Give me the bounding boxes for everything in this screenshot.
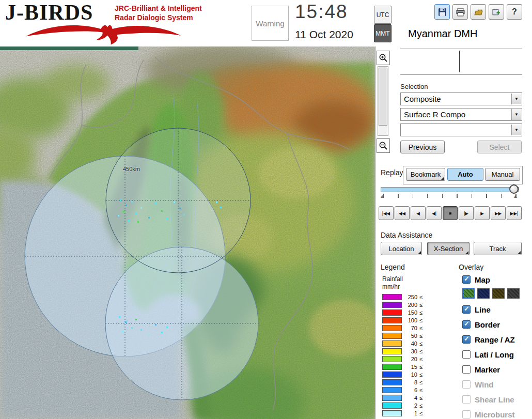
legend-color-swatch (382, 387, 402, 393)
map-style-slate-swatch[interactable] (507, 288, 520, 299)
stop-button[interactable]: ■ (443, 206, 458, 220)
legend-row: 100≤ (382, 317, 423, 324)
fast-rewind-button[interactable]: ◀◀ (395, 206, 410, 220)
radar-map[interactable]: 450km (0, 46, 375, 419)
legend-color-swatch (382, 340, 402, 347)
legend-param: Rainfall (382, 275, 403, 283)
export-button[interactable] (489, 4, 504, 20)
zoom-scrollbar-thumb[interactable] (379, 68, 387, 126)
bookmark-button[interactable]: Bookmark (406, 168, 445, 181)
xsection-button[interactable]: X-Section (427, 242, 470, 255)
track-button[interactable]: Track (474, 242, 522, 255)
zoom-scrollbar[interactable] (378, 66, 388, 136)
checkbox-icon[interactable] (462, 350, 471, 359)
slider-ticks (383, 194, 517, 198)
legend-row: 70≤ (382, 324, 423, 332)
open-file-button[interactable] (471, 4, 486, 20)
range-ring-label: 450km (123, 166, 140, 172)
mmt-button[interactable]: MMT (374, 24, 392, 42)
legend-value: 15 (403, 364, 417, 370)
legend-color-swatch (382, 309, 402, 316)
chevron-down-icon[interactable]: ▼ (511, 109, 521, 120)
overlay-item-range-az[interactable]: Range / AZ (462, 334, 515, 345)
warning-label: Warning (256, 19, 284, 28)
checkbox-icon[interactable] (462, 365, 471, 374)
legend-row: 6≤ (382, 386, 423, 394)
header: J-BIRDS JRC-Brilliant & Intelligent Rada… (0, 0, 532, 46)
checkbox-icon (462, 410, 471, 418)
overlay-item-shear-line: Shear Line (462, 394, 514, 405)
legend-color-swatch (382, 402, 402, 409)
overlay-item-map[interactable]: Map (462, 274, 490, 285)
skip-to-start-button[interactable]: |◀◀ (379, 206, 394, 220)
overlay-item-label: Line (475, 305, 491, 314)
print-button[interactable] (452, 4, 468, 20)
legend-value: 1 (403, 410, 417, 416)
message-listbox[interactable] (400, 49, 522, 75)
select-button[interactable]: Select (477, 141, 522, 153)
overlay-item-marker[interactable]: Marker (462, 364, 500, 375)
legend-operator: ≤ (419, 356, 423, 362)
product-dropdown-value: Surface R Compo (404, 110, 465, 119)
legend-operator: ≤ (419, 371, 423, 378)
save-button[interactable] (434, 4, 450, 20)
legend-value: 2 (403, 402, 417, 409)
overlay-item-label: Border (475, 320, 500, 329)
checkbox-icon[interactable] (462, 305, 471, 314)
legend-operator: ≤ (419, 387, 423, 393)
replay-label: Replay (381, 168, 403, 177)
legend-operator: ≤ (419, 333, 423, 339)
legend-operator: ≤ (419, 325, 423, 331)
fast-forward-button[interactable]: ▶▶ (491, 206, 506, 220)
overlay-item-lati-long[interactable]: Lati / Long (462, 349, 514, 360)
legend-value: 70 (403, 325, 417, 331)
eagle-logo-icon (4, 21, 202, 45)
play-reverse-button[interactable]: ◀ (411, 206, 426, 220)
utc-button[interactable]: UTC (374, 6, 392, 24)
map-style-olive-swatch[interactable] (492, 288, 505, 299)
legend-value: 150 (403, 309, 417, 316)
replay-slider-track[interactable] (381, 187, 519, 192)
step-back-button[interactable]: ◀| (427, 206, 442, 220)
auto-button[interactable]: Auto (447, 168, 483, 181)
chevron-down-icon[interactable]: ▼ (511, 125, 521, 135)
warning-button[interactable]: Warning (252, 6, 289, 41)
legend-row: 4≤ (382, 394, 423, 401)
legend-row: 30≤ (382, 348, 423, 355)
overlay-item-label: Wind (475, 380, 494, 389)
submenu-corner-icon (441, 177, 444, 180)
legend-value: 6 (403, 387, 417, 393)
overlay-item-border[interactable]: Border (462, 319, 500, 330)
legend-operator: ≤ (419, 340, 423, 347)
printer-icon (456, 8, 465, 17)
chevron-down-icon[interactable]: ▼ (511, 94, 521, 104)
legend-operator: ≤ (419, 294, 423, 300)
previous-button[interactable]: Previous (400, 141, 445, 153)
replay-slider-thumb[interactable] (509, 184, 519, 194)
checkbox-icon[interactable] (462, 335, 471, 344)
legend-color-swatch (382, 356, 402, 362)
help-button[interactable]: ? (507, 4, 522, 20)
overlay-item-label: Shear Line (475, 395, 514, 404)
checkbox-icon[interactable] (462, 320, 471, 329)
step-forward-button[interactable]: |▶ (459, 206, 474, 220)
extra-dropdown[interactable]: ▼ (400, 123, 522, 136)
composite-dropdown[interactable]: Composite ▼ (400, 92, 522, 105)
zoom-out-button[interactable] (377, 138, 390, 153)
submenu-corner-icon (518, 251, 521, 254)
overlay-item-line[interactable]: Line (462, 304, 491, 315)
product-dropdown[interactable]: Surface R Compo ▼ (400, 108, 522, 121)
submenu-corner-icon (418, 251, 421, 254)
checkbox-icon[interactable] (462, 275, 471, 284)
play-button[interactable]: ▶ (475, 206, 490, 220)
map-style-row (462, 288, 520, 299)
skip-to-end-button[interactable]: ▶▶| (507, 206, 522, 220)
map-style-terrain-swatch[interactable] (462, 288, 475, 299)
jbirds-app: J-BIRDS JRC-Brilliant & Intelligent Rada… (0, 0, 532, 419)
location-button[interactable]: Location (381, 242, 422, 255)
overlay-title: Overlay (459, 263, 483, 271)
legend-row: 8≤ (382, 379, 423, 386)
map-style-navy-swatch[interactable] (477, 288, 490, 299)
zoom-in-button[interactable] (377, 51, 390, 65)
manual-button[interactable]: Manual (485, 168, 520, 181)
